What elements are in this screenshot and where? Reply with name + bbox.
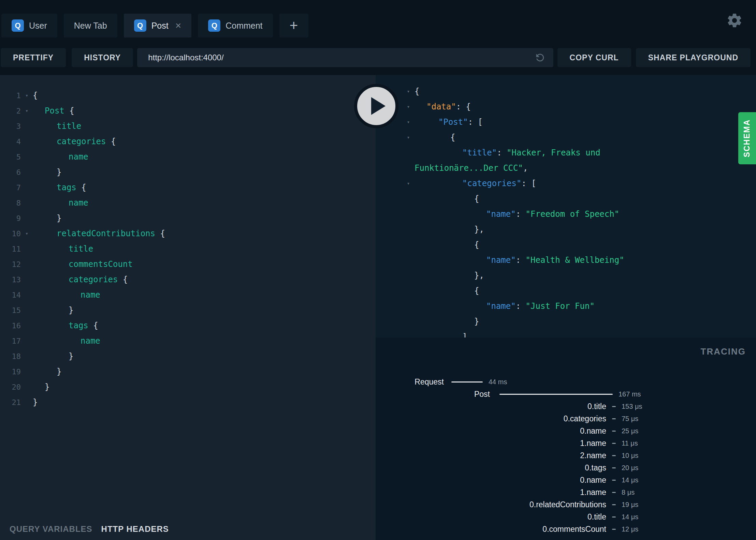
collapse-arrow-icon[interactable]: ▾ [402,130,415,145]
response-line-code: "categories": [ [415,176,536,191]
query-line[interactable]: 1▾{ [0,88,376,103]
line-number: 13 [0,272,21,287]
collapse-arrow-icon[interactable]: ▾ [402,99,415,115]
response-line: ▾"data": { [376,99,756,115]
json-token: "Freedom of Speech" [526,209,620,219]
query-line-code: commentsCount [33,257,133,272]
collapse-spacer [402,222,415,237]
prettify-button[interactable]: PRETTIFY [1,48,66,67]
query-line[interactable]: 12commentsCount [0,257,376,272]
query-line[interactable]: 14name [0,287,376,303]
tab-user[interactable]: QUser [1,14,57,38]
query-line-code: } [33,379,49,395]
query-line[interactable]: 16tags { [0,318,376,333]
http-headers-tab[interactable]: HTTP HEADERS [101,524,169,534]
query-line-code: } [33,211,61,226]
query-line[interactable]: 4categories { [0,134,376,149]
query-line[interactable]: 7tags { [0,180,376,195]
tab-new-tab[interactable]: New Tab [64,14,117,38]
collapse-spacer [402,145,415,161]
query-line[interactable]: 5name [0,149,376,165]
tracing-label: 0.categories [376,414,606,423]
endpoint-url-input[interactable] [147,52,461,63]
query-line[interactable]: 21} [0,395,376,410]
json-token: }, [474,271,484,280]
fold-arrow-icon[interactable]: ▾ [21,226,33,241]
tracing-time: 8 μs [622,489,635,496]
query-line[interactable]: 15} [0,303,376,318]
code-token: } [57,167,61,177]
query-line[interactable]: 11title [0,241,376,257]
query-line-code: Post { [33,103,74,119]
close-tab-icon[interactable]: × [175,20,181,31]
tracing-time: 25 μs [622,427,638,435]
line-number: 4 [0,134,21,149]
code-token: } [69,351,73,361]
schema-tab[interactable]: SCHEMA [738,112,756,164]
query-line-code: tags { [33,318,98,333]
query-line[interactable]: 18} [0,349,376,364]
tracing-row: 0.name25 μs [376,425,756,437]
query-line[interactable]: 10▾relatedContributions { [0,226,376,241]
code-token: { [106,137,116,146]
fold-arrow-icon[interactable]: ▾ [21,103,33,119]
query-line-code: } [33,349,73,364]
line-number: 5 [0,149,21,165]
fold-spacer [21,395,33,410]
tracing-duration-bar [499,394,613,395]
fold-arrow-icon[interactable]: ▾ [21,88,33,103]
fold-spacer [21,134,33,149]
json-token: "name" [486,209,516,219]
tracing-label: 0.title [376,512,606,522]
line-number: 17 [0,333,21,349]
query-line[interactable]: 8name [0,195,376,211]
execute-button[interactable] [354,84,398,128]
code-token: } [57,213,61,223]
query-line[interactable]: 3title [0,119,376,134]
tracing-row: 0.name14 μs [376,474,756,486]
query-line[interactable]: 6} [0,165,376,180]
query-line[interactable]: 17name [0,333,376,349]
collapse-arrow-icon[interactable]: ▾ [402,84,415,99]
query-line[interactable]: 13categories { [0,272,376,287]
response-line: "title": "Hacker, Freaks und [376,145,756,161]
query-line-code: categories { [33,134,116,149]
query-code[interactable]: 1▾{2▾Post {3title4categories {5name6}7ta… [0,75,376,410]
query-line[interactable]: 2▾Post { [0,103,376,119]
tracing-label: 1.name [376,488,606,497]
copy-curl-button[interactable]: COPY CURL [557,48,631,67]
response-line: "name": "Health & Wellbeing" [376,253,756,268]
query-variables-tab[interactable]: QUERY VARIABLES [10,524,92,534]
json-token: "Health & Wellbeing" [526,255,624,265]
editor-footer: QUERY VARIABLES HTTP HEADERS [0,518,376,540]
tab-post[interactable]: QPost× [124,14,192,38]
reload-schema-icon[interactable] [534,52,546,63]
history-button[interactable]: HISTORY [72,48,133,67]
json-token: { [415,87,419,96]
share-playground-button[interactable]: SHARE PLAYGROUND [636,48,751,67]
line-number: 9 [0,211,21,226]
tracing-label: Post [376,390,490,399]
json-token: : [497,148,507,158]
response-line: { [376,237,756,253]
query-line-code: name [33,149,88,165]
tracing-title: TRACING [701,346,746,357]
json-token: "categories" [462,179,521,188]
query-line[interactable]: 19} [0,364,376,379]
settings-gear-icon[interactable] [726,12,743,29]
tab-strip: QUserNew TabQPost×QComment + [1,14,308,38]
collapse-arrow-icon[interactable]: ▾ [402,115,415,130]
response-line-code: ] [415,329,467,338]
response-line: ] [376,329,756,338]
response-line-code: { [415,84,419,99]
tracing-label: 0.commentsCount [376,525,606,534]
tab-comment[interactable]: QComment [198,14,273,38]
query-line[interactable]: 20} [0,379,376,395]
fold-spacer [21,257,33,272]
response-line: { [376,191,756,207]
query-editor[interactable]: 1▾{2▾Post {3title4categories {5name6}7ta… [0,75,376,540]
new-tab-button[interactable]: + [279,14,308,38]
collapse-arrow-icon[interactable]: ▾ [402,176,415,191]
tracing-tick [612,431,616,432]
query-line[interactable]: 9} [0,211,376,226]
